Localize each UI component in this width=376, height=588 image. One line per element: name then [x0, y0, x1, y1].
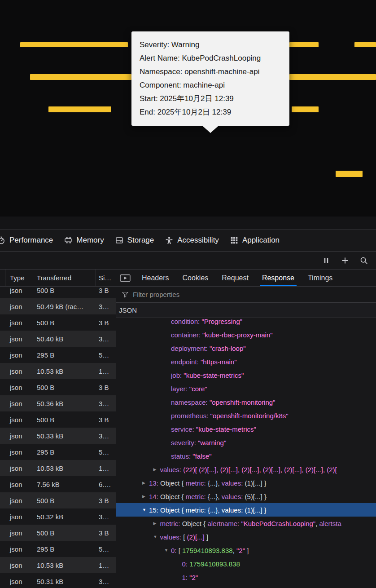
json-tree-row[interactable]: 0: 1759410893.838 — [116, 557, 376, 570]
expand-arrow-icon[interactable]: ▶ — [142, 481, 149, 485]
json-tree-row[interactable]: container: "kube-rbac-proxy-main" — [116, 328, 376, 341]
json-tree-row[interactable]: deployment: "crash-loop" — [116, 341, 376, 355]
devtools-tab-performance[interactable]: Performance — [0, 236, 53, 245]
network-request-row[interactable]: json295 B5… — [0, 347, 116, 363]
network-request-row[interactable]: json50.33 kB3… — [0, 428, 116, 444]
request-size-cell: 3… — [96, 335, 116, 343]
storage-icon — [115, 236, 123, 244]
json-tree-row[interactable]: ▼values: [ (2)[...] ] — [116, 530, 376, 544]
json-tree-row[interactable]: ▶values: (22)[ (2)[...], (2)[...], (2)[.… — [116, 463, 376, 476]
json-section-header[interactable]: JSON — [116, 303, 376, 318]
column-header-type[interactable]: Type — [5, 270, 33, 286]
json-tree-row[interactable]: layer: "core" — [116, 382, 376, 395]
column-header-si[interactable]: Si… — [96, 270, 116, 286]
network-request-row[interactable]: json7.56 kB6.… — [0, 476, 116, 492]
json-tree-row[interactable]: ▶13: Object { metric: {...}, values: (1)… — [116, 476, 376, 490]
detail-tab-timings[interactable]: Timings — [306, 270, 335, 286]
request-transferred-cell: 10.53 kB — [33, 561, 96, 569]
detail-tab-headers[interactable]: Headers — [140, 270, 171, 286]
media-panel-icon[interactable] — [120, 274, 131, 282]
network-request-row[interactable]: json500 B3 B — [0, 314, 116, 331]
request-transferred-cell: 50.40 kB — [33, 335, 96, 343]
json-tree-row[interactable]: ▶metric: Object { alertname: "KubePodCra… — [116, 517, 376, 530]
network-request-row[interactable]: json50.32 kB3… — [0, 508, 116, 525]
json-tree-row[interactable]: ▼15: Object { metric: {...}, values: (1)… — [116, 503, 376, 517]
network-request-row[interactable]: json295 B5… — [0, 444, 116, 460]
devtools-tab-storage[interactable]: Storage — [115, 236, 154, 245]
json-tree-row[interactable]: ▼0: [ 1759410893.838, "2" ] — [116, 544, 376, 557]
network-request-row[interactable]: json500 B3 B — [0, 379, 116, 395]
json-key: layer: — [171, 385, 188, 393]
request-size-cell: 3… — [96, 513, 116, 521]
alert-timeline-bar[interactable] — [354, 42, 376, 47]
collapse-arrow-icon[interactable]: ▼ — [153, 535, 160, 539]
json-preview: {...}, — [206, 506, 222, 514]
collapse-arrow-icon[interactable]: ▼ — [142, 508, 149, 512]
network-request-row[interactable]: json500 B3 B — [0, 492, 116, 508]
json-tree-row[interactable]: endpoint: "https-main" — [116, 355, 376, 368]
json-tree-row[interactable]: condition: "Progressing" — [116, 318, 376, 328]
network-request-row[interactable]: json500 B3 B — [0, 525, 116, 541]
expand-arrow-icon[interactable]: ▶ — [153, 521, 160, 526]
json-tree-row[interactable]: service: "kube-state-metrics" — [116, 422, 376, 436]
request-size-cell: 3… — [96, 303, 116, 310]
add-button[interactable] — [339, 255, 351, 266]
request-size-cell: 5… — [96, 545, 116, 553]
alert-timeline-bar[interactable] — [30, 74, 131, 80]
json-preview: ] — [205, 533, 208, 541]
network-request-row[interactable]: json10.53 kB1… — [0, 363, 116, 379]
json-tree-row[interactable]: ▶14: Object { metric: {...}, values: (5)… — [116, 490, 376, 503]
pause-button[interactable] — [320, 255, 332, 266]
network-request-row[interactable]: json500 B3 B — [0, 287, 116, 298]
json-string: "openshift-monitoring" — [208, 398, 275, 406]
alert-timeline-bar[interactable] — [336, 171, 363, 177]
tooltip-line: Alert Name: KubePodCrashLooping — [140, 52, 281, 65]
json-tree-row[interactable]: severity: "warning" — [116, 436, 376, 449]
network-request-row[interactable]: json295 B5… — [0, 541, 116, 557]
json-key: values: — [160, 533, 182, 541]
network-toolbar — [0, 252, 376, 270]
detail-tab-request[interactable]: Request — [219, 270, 251, 286]
detail-tab-response[interactable]: Response — [260, 270, 297, 286]
json-key: alertsta — [319, 520, 341, 527]
json-tree-row[interactable]: 1: "2" — [116, 570, 376, 584]
expand-arrow-icon[interactable]: ▶ — [153, 467, 160, 472]
network-request-row[interactable]: json50.49 kB (rac…3… — [0, 298, 116, 314]
json-tree-row[interactable]: namespace: "openshift-monitoring" — [116, 395, 376, 409]
request-size-cell: 5… — [96, 448, 116, 456]
filter-properties-input[interactable] — [133, 291, 376, 298]
column-header-transferred[interactable]: Transferred — [33, 270, 96, 286]
json-key: service: — [171, 425, 194, 433]
network-request-row[interactable]: json10.53 kB1… — [0, 460, 116, 476]
json-tree-row[interactable]: prometheus: "openshift-monitoring/k8s" — [116, 409, 376, 422]
json-key: values: — [160, 466, 182, 473]
request-transferred-cell: 10.53 kB — [33, 367, 96, 375]
devtools-tab-accessibility[interactable]: Accessibility — [165, 236, 219, 245]
devtools-tab-application[interactable]: Application — [230, 236, 280, 245]
alert-timeline-bar[interactable] — [289, 42, 319, 47]
expand-arrow-icon[interactable]: ▶ — [142, 494, 149, 499]
network-request-row[interactable]: json10.53 kB1… — [0, 557, 116, 573]
json-preview: [ — [177, 547, 183, 554]
devtools-tab-label: Performance — [9, 236, 53, 245]
detail-tab-cookies[interactable]: Cookies — [180, 270, 210, 286]
devtools-tab-label: Application — [242, 236, 280, 245]
alert-timeline-bar[interactable] — [289, 74, 376, 80]
json-preview: ] — [245, 547, 249, 554]
screenshot-root: Severity: WarningAlert Name: KubePodCras… — [0, 0, 376, 588]
alert-timeline-bar[interactable] — [292, 106, 319, 112]
network-request-row[interactable]: json50.40 kB3… — [0, 331, 116, 347]
devtools-tab-memory[interactable]: Memory — [64, 236, 104, 245]
network-request-row[interactable]: json50.31 kB3… — [0, 573, 116, 588]
network-request-row[interactable]: json500 B3 B — [0, 411, 116, 428]
alert-timeline-bar[interactable] — [48, 106, 111, 112]
network-request-row[interactable]: json50.36 kB3… — [0, 395, 116, 411]
alert-timeline-bar[interactable] — [20, 42, 128, 47]
search-button[interactable] — [358, 255, 370, 266]
json-tree-row[interactable]: job: "kube-state-metrics" — [116, 368, 376, 382]
collapse-arrow-icon[interactable]: ▼ — [164, 548, 171, 553]
request-type-cell: json — [0, 529, 33, 537]
json-array-preview: (22)[ (2)[...], (2)[...], (2)[...], (2)[… — [181, 466, 337, 473]
request-size-cell: 6.… — [96, 481, 116, 488]
json-tree-row[interactable]: status: "false" — [116, 449, 376, 463]
